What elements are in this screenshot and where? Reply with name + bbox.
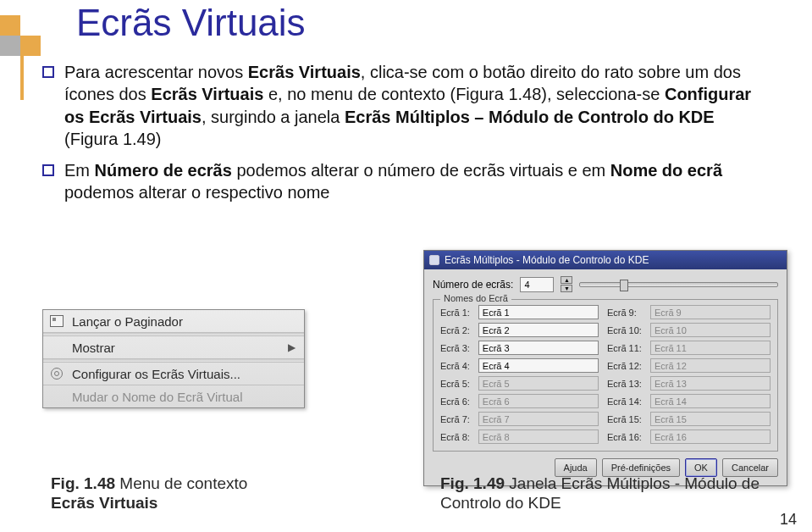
screen-name-label: Ecrã 15: xyxy=(607,414,642,424)
caption-left: Fig. 1.48 Menu de contexto Ecrãs Virtuai… xyxy=(51,474,247,514)
bullet-1: Para acrescentar novos Ecrãs Virtuais, c… xyxy=(42,61,771,151)
figures-row: Lançar o Paginador Mostrar ▶ Configurar … xyxy=(42,250,787,486)
screen-name-input xyxy=(650,429,771,444)
num-screens-label: Número de ecrãs: xyxy=(433,279,513,291)
num-screens-spinner[interactable]: ▲ ▼ xyxy=(561,276,572,292)
screen-name-input xyxy=(478,429,599,444)
blank-icon xyxy=(48,340,65,355)
screen-name-label: Ecrã 14: xyxy=(607,396,642,407)
screen-names-group: Nomes do Ecrã Ecrã 1:Ecrã 9:Ecrã 2:Ecrã … xyxy=(433,299,778,452)
ctx-item-label: Mostrar xyxy=(72,341,115,355)
figure-captions: Fig. 1.48 Menu de contexto Ecrãs Virtuai… xyxy=(51,474,779,514)
ctx-item-configure-virtual-screens[interactable]: Configurar os Ecrãs Virtuais... xyxy=(43,363,304,385)
ctx-item-launch-pager[interactable]: Lançar o Paginador xyxy=(43,310,304,333)
group-title: Nomes do Ecrã xyxy=(440,293,511,303)
num-screens-input[interactable] xyxy=(520,277,554,292)
ctx-item-label: Mudar o Nome do Ecrã Virtual xyxy=(72,390,242,404)
slide-corner-decoration xyxy=(0,15,41,56)
ctx-item-rename-virtual-screen: Mudar o Nome do Ecrã Virtual xyxy=(43,385,304,407)
spinner-down-icon[interactable]: ▼ xyxy=(561,285,572,292)
bullet-1-text: Para acrescentar novos Ecrãs Virtuais, c… xyxy=(64,61,771,151)
screen-name-label: Ecrã 13: xyxy=(607,379,642,389)
caption-right: Fig. 1.49 Janela Ecrãs Múltiplos - Módul… xyxy=(440,474,779,514)
screen-name-input xyxy=(650,376,771,391)
blank-icon xyxy=(48,389,65,404)
ctx-item-label: Configurar os Ecrãs Virtuais... xyxy=(72,367,240,381)
slider-thumb[interactable] xyxy=(620,280,628,291)
screen-name-label: Ecrã 5: xyxy=(440,379,470,389)
screen-name-input[interactable] xyxy=(478,341,599,355)
screen-name-input xyxy=(478,412,599,426)
ctx-item-label: Lançar o Paginador xyxy=(72,314,183,329)
screen-name-label: Ecrã 8: xyxy=(440,432,470,442)
bullet-icon xyxy=(42,66,54,78)
ctx-item-show[interactable]: Mostrar ▶ xyxy=(43,336,304,359)
spinner-up-icon[interactable]: ▲ xyxy=(561,276,572,284)
screen-name-label: Ecrã 10: xyxy=(607,325,642,335)
page-title: Ecrãs Virtuais xyxy=(76,2,306,44)
bullet-2-text: Em Número de ecrãs podemos alterar o núm… xyxy=(64,159,771,204)
screen-name-input xyxy=(650,358,771,373)
screen-name-label: Ecrã 7: xyxy=(440,414,470,424)
dialog-titlebar[interactable]: Ecrãs Múltiplos - Módulo de Controlo do … xyxy=(424,251,787,269)
screen-name-input[interactable] xyxy=(478,305,599,319)
body-text: Para acrescentar novos Ecrãs Virtuais, c… xyxy=(42,61,771,212)
submenu-arrow-icon: ▶ xyxy=(288,341,296,353)
screen-name-label: Ecrã 11: xyxy=(607,343,642,353)
bullet-icon xyxy=(42,164,54,176)
screen-name-input[interactable] xyxy=(478,323,599,337)
screen-name-label: Ecrã 2: xyxy=(440,325,470,335)
screen-name-input xyxy=(478,376,599,391)
screen-name-label: Ecrã 9: xyxy=(607,308,642,318)
num-screens-row: Número de ecrãs: ▲ ▼ xyxy=(433,276,778,292)
screen-name-label: Ecrã 12: xyxy=(607,361,642,371)
screen-name-input xyxy=(650,412,771,426)
page-number: 14 xyxy=(780,511,797,529)
screen-name-label: Ecrã 3: xyxy=(440,343,470,353)
window-icon xyxy=(429,255,439,265)
num-screens-slider[interactable] xyxy=(579,282,778,287)
screen-name-input[interactable] xyxy=(478,358,599,373)
screen-name-input xyxy=(650,323,771,337)
screen-name-input xyxy=(650,305,771,319)
pager-icon xyxy=(48,313,65,329)
context-menu: Lançar o Paginador Mostrar ▶ Configurar … xyxy=(42,309,305,408)
screen-name-label: Ecrã 4: xyxy=(440,361,470,371)
kde-multiple-screens-dialog: Ecrãs Múltiplos - Módulo de Controlo do … xyxy=(423,250,787,486)
screen-name-label: Ecrã 16: xyxy=(607,432,642,442)
screen-name-label: Ecrã 6: xyxy=(440,396,470,407)
screen-name-label: Ecrã 1: xyxy=(440,308,470,318)
dialog-title: Ecrãs Múltiplos - Módulo de Controlo do … xyxy=(445,254,649,266)
screen-name-input xyxy=(650,394,771,408)
screen-name-input xyxy=(650,341,771,355)
bullet-2: Em Número de ecrãs podemos alterar o núm… xyxy=(42,159,771,204)
gear-icon xyxy=(48,366,65,381)
screen-name-input xyxy=(478,394,599,408)
